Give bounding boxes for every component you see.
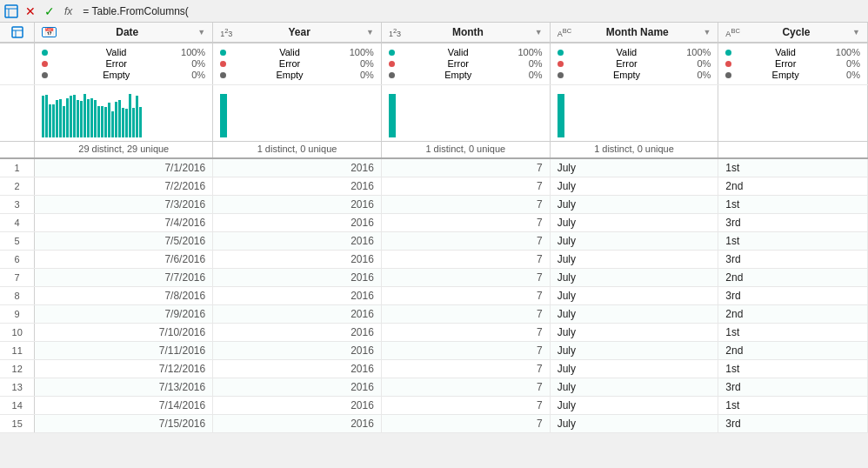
- error-dot-year: [220, 61, 226, 67]
- row-index: 9: [0, 305, 35, 324]
- stats-month: Valid 100% Error 0% Empty 0%: [381, 43, 550, 85]
- error-pct-month: 0%: [518, 58, 543, 69]
- chart-row: [0, 85, 868, 142]
- date-bar-3: [52, 104, 55, 137]
- cell-year: 2016: [213, 196, 382, 214]
- cell-cycle: 1st: [718, 324, 868, 342]
- cell-month: 7: [381, 378, 550, 397]
- svg-rect-0: [5, 5, 17, 17]
- cell-year: 2016: [213, 177, 382, 196]
- valid-dot-date: [42, 50, 48, 56]
- table-row: 14 7/14/2016 2016 7 July 1st: [0, 397, 868, 415]
- cell-cycle: 3rd: [718, 251, 868, 269]
- distinct-month: 1 distinct, 0 unique: [381, 142, 550, 159]
- month-bar: [389, 94, 396, 137]
- cell-cycle: 1st: [718, 158, 868, 177]
- data-table-container[interactable]: 📅 Date ▼ 123 Year ▼ 123: [0, 23, 868, 468]
- monthname-col-name: Month Name: [575, 26, 699, 38]
- empty-pct-date: 0%: [181, 70, 205, 80]
- table-row: 3 7/3/2016 2016 7 July 1st: [0, 196, 868, 214]
- error-pct-year: 0%: [350, 58, 374, 69]
- cell-cycle: 2nd: [718, 342, 868, 360]
- table-row: 2 7/2/2016 2016 7 July 2nd: [0, 177, 868, 196]
- cell-year: 2016: [213, 232, 382, 251]
- col-header-date[interactable]: 📅 Date ▼: [35, 23, 213, 43]
- cell-cycle: 1st: [718, 360, 868, 378]
- error-pct-monthname: 0%: [686, 58, 711, 69]
- date-bar-8: [70, 96, 72, 137]
- error-dot-month: [389, 61, 395, 67]
- row-index: 3: [0, 196, 35, 214]
- date-bar-4: [56, 100, 58, 137]
- cell-date: 7/1/2016: [35, 158, 213, 177]
- cell-cycle: 1st: [718, 232, 868, 251]
- formula-input[interactable]: = Table.FromColumns(: [79, 3, 865, 19]
- cell-monthname: July: [550, 232, 718, 251]
- date-col-dropdown[interactable]: ▼: [197, 28, 205, 37]
- close-icon[interactable]: ✕: [23, 3, 38, 19]
- row-index: 8: [0, 287, 35, 305]
- cell-month: 7: [381, 158, 550, 177]
- valid-label-year: Valid: [230, 47, 350, 57]
- valid-label-cycle: Valid: [735, 47, 836, 57]
- cell-month: 7: [381, 251, 550, 269]
- row-index: 10: [0, 324, 35, 342]
- date-bar-1: [45, 95, 48, 137]
- date-bar-13: [87, 99, 90, 137]
- date-bar-25: [129, 94, 131, 137]
- row-index: 1: [0, 158, 35, 177]
- cell-year: 2016: [213, 342, 382, 360]
- row-index: 5: [0, 232, 35, 251]
- valid-label-month: Valid: [398, 47, 518, 57]
- cell-date: 7/14/2016: [35, 397, 213, 415]
- monthname-mini-chart: [558, 90, 711, 137]
- cell-month: 7: [381, 287, 550, 305]
- date-bar-19: [108, 103, 110, 137]
- empty-dot-date: [42, 72, 48, 78]
- row-index: 2: [0, 177, 35, 196]
- cell-date: 7/9/2016: [35, 305, 213, 324]
- date-bar-24: [125, 109, 128, 137]
- cell-year: 2016: [213, 269, 382, 287]
- cell-date: 7/11/2016: [35, 342, 213, 360]
- date-bar-9: [73, 95, 76, 137]
- cycle-col-name: Cycle: [744, 26, 849, 38]
- valid-dot-cycle: [725, 50, 731, 56]
- year-col-dropdown[interactable]: ▼: [366, 28, 374, 37]
- distinct-cycle: [718, 142, 868, 159]
- cycle-mini-chart: [725, 90, 860, 137]
- cell-year: 2016: [213, 415, 382, 433]
- valid-pct-month: 100%: [517, 47, 542, 57]
- year-type-icon: 123: [220, 27, 232, 38]
- empty-label-date: Empty: [51, 70, 181, 80]
- date-bar-7: [66, 98, 69, 137]
- empty-pct-month: 0%: [518, 70, 543, 80]
- empty-dot-cycle: [725, 72, 731, 78]
- cell-monthname: July: [550, 415, 718, 433]
- month-col-dropdown[interactable]: ▼: [535, 28, 543, 37]
- error-label-month: Error: [398, 58, 518, 69]
- error-label-cycle: Error: [735, 58, 836, 69]
- monthname-col-dropdown[interactable]: ▼: [703, 28, 711, 37]
- cell-month: 7: [381, 305, 550, 324]
- check-icon[interactable]: ✓: [42, 3, 57, 19]
- cell-year: 2016: [213, 214, 382, 232]
- stats-monthname: Valid 100% Error 0% Empty 0%: [550, 43, 718, 85]
- data-body: 1 7/1/2016 2016 7 July 1st 2 7/2/2016 20…: [0, 158, 868, 433]
- stats-cycle: Valid 100% Error 0% Empty 0%: [718, 43, 868, 85]
- col-header-monthname[interactable]: ABC Month Name ▼: [550, 23, 718, 43]
- date-bar-0: [42, 96, 44, 137]
- error-label-year: Error: [230, 58, 350, 69]
- table-icon: [3, 3, 19, 19]
- row-index: 11: [0, 342, 35, 360]
- col-header-month[interactable]: 123 Month ▼: [381, 23, 550, 43]
- error-pct-cycle: 0%: [836, 58, 860, 69]
- cell-cycle: 2nd: [718, 305, 868, 324]
- date-bar-2: [49, 104, 51, 137]
- valid-pct-date: 100%: [181, 47, 205, 57]
- cycle-col-dropdown[interactable]: ▼: [852, 28, 860, 37]
- col-header-cycle[interactable]: ABC Cycle ▼: [718, 23, 868, 43]
- col-header-year[interactable]: 123 Year ▼: [213, 23, 382, 43]
- cell-monthname: July: [550, 360, 718, 378]
- valid-dot-monthname: [558, 50, 564, 56]
